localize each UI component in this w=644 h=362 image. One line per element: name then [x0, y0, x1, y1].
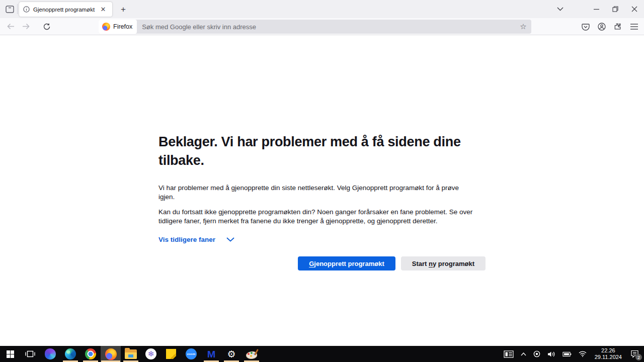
paint-palette-icon — [246, 349, 258, 359]
taskbar-app-explorer[interactable] — [121, 346, 141, 362]
touch-keyboard-icon — [504, 350, 514, 358]
account-icon — [598, 23, 606, 31]
list-all-tabs-button[interactable] — [551, 0, 569, 18]
tab-bar: Gjenopprett programøkt ✕ + — [0, 0, 644, 18]
tab-close-icon[interactable]: ✕ — [98, 5, 108, 15]
restore-description: Vi har problemer med å gjenopprette din … — [158, 184, 476, 201]
start-button[interactable] — [0, 346, 20, 362]
chevron-down-icon — [226, 237, 234, 242]
zoom-icon: zoom — [186, 348, 197, 359]
account-button[interactable] — [595, 20, 609, 34]
record-dot-icon — [533, 350, 540, 357]
action-center-button[interactable]: 2 — [627, 346, 642, 362]
firefox-view-icon — [6, 6, 14, 13]
tab-separator — [17, 4, 18, 14]
url-bar[interactable]: Firefox ☆ — [99, 20, 531, 34]
forward-button[interactable] — [19, 20, 33, 34]
close-window-button[interactable] — [625, 0, 644, 18]
taskbar-app-zoom[interactable]: zoom — [181, 346, 201, 362]
chrome-icon — [85, 348, 96, 359]
chevron-down-icon — [557, 7, 564, 11]
info-icon — [23, 6, 30, 13]
new-session-button[interactable]: Start ny programøkt — [401, 256, 486, 270]
chevron-up-icon — [521, 352, 526, 356]
touch-keyboard-button[interactable] — [501, 346, 517, 362]
firefox-icon — [105, 348, 117, 360]
clock-date: 29.11.2024 — [595, 354, 622, 360]
session-restore-box: Beklager. Vi har problemer med å få side… — [158, 133, 486, 270]
task-view-icon — [25, 350, 35, 358]
forward-icon — [22, 23, 30, 30]
windows-logo-icon — [7, 350, 14, 358]
network-button[interactable] — [576, 346, 590, 362]
puzzle-piece-icon — [614, 23, 622, 31]
taskbar-app-microsoft365[interactable] — [40, 346, 60, 362]
minimize-button[interactable] — [587, 0, 606, 18]
restore-window-icon — [612, 6, 618, 12]
tray-indicator-button[interactable] — [530, 346, 543, 362]
pocket-icon — [582, 23, 590, 31]
pocket-button[interactable] — [579, 20, 593, 34]
gear-icon: ⚙ — [227, 349, 235, 359]
file-explorer-icon — [125, 349, 137, 359]
menu-button[interactable] — [627, 20, 641, 34]
taskbar-app-snowflake[interactable]: ❄ — [141, 346, 161, 362]
volume-button[interactable] — [544, 346, 558, 362]
close-icon — [631, 6, 637, 12]
firefox-window: Gjenopprett programøkt ✕ + — [0, 0, 644, 362]
show-hidden-icons-button[interactable] — [518, 346, 529, 362]
malwarebytes-icon: M — [207, 349, 216, 359]
taskbar-app-edge[interactable] — [60, 346, 80, 362]
clock-time: 22.26 — [601, 347, 615, 354]
taskbar-app-firefox[interactable] — [101, 346, 121, 362]
bookmark-star-icon[interactable]: ☆ — [517, 20, 530, 33]
taskbar-spacer — [262, 346, 501, 362]
system-tray: 22.26 29.11.2024 2 — [501, 346, 644, 362]
reload-icon — [43, 23, 50, 30]
navigation-toolbar: Firefox ☆ — [0, 18, 644, 35]
battery-button[interactable] — [559, 346, 575, 362]
taskbar-app-paint[interactable] — [242, 346, 262, 362]
battery-icon — [562, 351, 572, 357]
taskbar-app-settings[interactable]: ⚙ — [221, 346, 242, 362]
page-content: Beklager. Vi har problemer med å få side… — [0, 36, 644, 346]
speaker-icon — [547, 351, 555, 357]
wifi-icon — [579, 351, 587, 357]
show-previous-tabs-label: Vis tidligere faner — [158, 236, 215, 243]
restore-help-text: Kan du fortsatt ikke gjenopprette progra… — [158, 208, 476, 225]
address-input[interactable] — [137, 23, 517, 31]
search-engine-label: Firefox — [113, 23, 132, 30]
reload-button[interactable] — [40, 20, 54, 34]
extensions-button[interactable] — [611, 20, 625, 34]
tab-restore-session[interactable]: Gjenopprett programøkt ✕ — [19, 2, 112, 17]
notification-count-badge: 2 — [635, 354, 642, 360]
sticky-notes-icon — [166, 349, 176, 359]
taskbar-app-chrome[interactable] — [80, 346, 101, 362]
search-engine-chip[interactable]: Firefox — [99, 20, 137, 34]
task-view-button[interactable] — [20, 346, 40, 362]
hamburger-menu-icon — [630, 24, 638, 30]
button-row: Gjenopprett programøkt Start ny programø… — [158, 256, 486, 270]
page-title: Beklager. Vi har problemer med å få side… — [158, 133, 480, 170]
show-previous-tabs-toggle[interactable]: Vis tidligere faner — [158, 236, 234, 243]
back-icon — [7, 23, 15, 30]
microsoft-365-icon — [45, 348, 56, 359]
restore-session-button[interactable]: Gjenopprett programøkt — [298, 256, 395, 270]
windows-taskbar: ❄ zoom M ⚙ — [0, 346, 644, 362]
new-tab-button[interactable]: + — [116, 3, 130, 17]
tab-title: Gjenopprett programøkt — [33, 7, 98, 13]
minimize-icon — [594, 7, 599, 12]
firefox-logo-icon — [102, 23, 110, 31]
restore-window-button[interactable] — [606, 0, 625, 18]
taskbar-app-stickynotes[interactable] — [161, 346, 181, 362]
edge-icon — [65, 348, 76, 359]
taskbar-clock[interactable]: 22.26 29.11.2024 — [591, 347, 626, 360]
firefox-view-button[interactable] — [3, 3, 16, 16]
snowflake-app-icon: ❄ — [145, 348, 156, 359]
taskbar-app-malwarebytes[interactable]: M — [201, 346, 221, 362]
back-button[interactable] — [4, 20, 18, 34]
